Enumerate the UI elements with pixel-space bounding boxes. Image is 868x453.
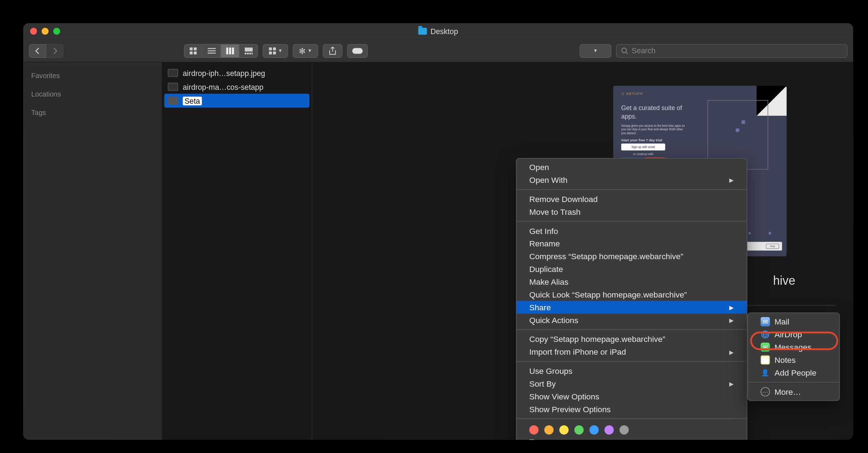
file-thumb-icon [168,83,178,91]
thumb-or: or continue with [621,152,665,156]
view-mode-group [184,44,258,58]
context-menu: Open Open With▶ Remove Download Move to … [516,158,747,440]
file-thumb-icon [168,97,178,105]
menu-import-from-device[interactable]: Import from iPhone or iPad▶ [517,345,747,358]
file-name-editing[interactable]: Seta [183,96,202,105]
menu-get-info[interactable]: Get Info [517,224,747,237]
menu-tags[interactable]: Tags… [517,436,747,440]
messages-icon: ✉ [760,343,770,352]
file-name: airdrop-ma…cos-setapp [183,82,263,91]
menu-move-to-trash[interactable]: Move to Trash [517,206,747,218]
menu-duplicate[interactable]: Duplicate [517,263,747,275]
svg-rect-9 [232,47,234,54]
menu-share[interactable]: Share▶ [517,301,747,314]
file-row[interactable]: airdrop-iph…setapp.jpeg [162,66,312,80]
tag-color-red[interactable] [529,425,538,435]
menu-show-view-options[interactable]: Show View Options [517,390,747,403]
search-input[interactable]: Search [616,44,847,58]
menu-compress[interactable]: Compress “Setapp homepage.webarchive” [517,250,747,263]
menu-open[interactable]: Open [517,161,747,174]
window-title-text: Desktop [430,27,458,36]
file-column: airdrop-iph…setapp.jpeg airdrop-ma…cos-s… [162,62,312,440]
tag-color-yellow[interactable] [559,425,568,435]
zoom-window-button[interactable] [53,28,60,35]
gallery-view-button[interactable] [240,44,258,58]
sidebar-section-tags[interactable]: Tags [31,109,154,117]
sidebar-section-locations[interactable]: Locations [31,90,154,98]
tag-pill-icon [352,48,363,53]
sidebar-section-favorites[interactable]: Favorites [31,72,154,80]
arrange-button[interactable]: ▼ [263,44,288,58]
search-icon [621,47,628,54]
titlebar: Desktop [23,23,853,39]
menu-separator [748,382,840,383]
forward-button[interactable] [46,44,64,58]
svg-rect-3 [194,51,197,54]
share-add-people[interactable]: 👤Add People [748,366,840,379]
thumb-headline: Get a curated suite of apps. [621,104,691,121]
menu-separator [517,361,747,362]
share-notes[interactable]: Notes [748,354,840,366]
svg-point-19 [622,48,626,52]
svg-point-23 [765,334,766,335]
add-people-icon: 👤 [760,368,770,377]
svg-rect-7 [226,47,228,54]
folder-icon [418,28,427,35]
window-body: Favorites Locations Tags airdrop-iph…set… [23,62,853,440]
svg-rect-16 [273,47,276,50]
mail-icon: ✉ [760,317,770,326]
menu-sort-by[interactable]: Sort By▶ [517,377,747,390]
menu-separator [517,329,747,330]
thumb-signup: Sign up with email [621,144,665,151]
file-row-selected[interactable]: Seta [164,94,309,108]
tag-color-blue[interactable] [589,425,599,435]
menu-make-alias[interactable]: Make Alias [517,275,747,288]
share-icon [329,47,336,55]
tag-color-green[interactable] [575,425,584,435]
chevron-right-icon: ▶ [729,381,734,387]
tag-color-gray[interactable] [620,425,629,435]
menu-quick-actions[interactable]: Quick Actions▶ [517,313,747,326]
menu-show-preview-options[interactable]: Show Preview Options [517,403,747,415]
nav-back-forward [29,44,64,58]
menu-quick-look[interactable]: Quick Look “Setapp homepage.webarchive” [517,288,747,301]
window-title: Desktop [23,27,853,36]
minimize-window-button[interactable] [42,28,49,35]
svg-rect-8 [229,47,231,54]
main-area: ◇ SETAPP Get a curated suite of apps. Se… [312,62,853,440]
tags-button[interactable] [347,44,368,58]
menu-use-groups[interactable]: Use Groups [517,365,747,377]
svg-rect-14 [251,53,252,54]
gear-icon: ✻ [299,46,306,55]
notes-icon [760,355,770,365]
menu-tag-colors[interactable] [517,422,747,436]
tag-color-orange[interactable] [544,425,554,435]
menu-copy[interactable]: Copy “Setapp homepage.webarchive” [517,333,747,345]
close-window-button[interactable] [30,28,37,35]
file-name: airdrop-iph…setapp.jpeg [183,69,265,77]
menu-rename[interactable]: Rename [517,237,747,250]
icon-view-button[interactable] [184,44,202,58]
column-view-button[interactable] [221,44,240,58]
svg-rect-11 [245,53,246,54]
more-icon: ⋯ [760,387,770,396]
list-view-button[interactable] [203,44,221,58]
toolbar: ▼ ✻▼ ▼ Search [23,39,853,62]
svg-line-20 [626,52,628,54]
svg-rect-2 [190,51,193,54]
window-controls [30,28,60,35]
menu-open-with[interactable]: Open With▶ [517,174,747,186]
tag-color-purple[interactable] [604,425,614,435]
back-button[interactable] [29,44,46,58]
action-button[interactable]: ✻▼ [293,44,318,58]
path-dropdown[interactable]: ▼ [579,44,611,58]
menu-remove-download[interactable]: Remove Download [517,193,747,206]
share-airdrop[interactable]: AirDrop [748,328,840,341]
share-button[interactable] [323,44,342,58]
share-messages[interactable]: ✉Messages [748,341,840,354]
airdrop-icon [760,330,770,339]
share-mail[interactable]: ✉Mail [748,315,840,328]
file-row[interactable]: airdrop-ma…cos-setapp [162,80,312,94]
share-more[interactable]: ⋯More… [748,386,840,398]
svg-rect-0 [190,47,193,50]
